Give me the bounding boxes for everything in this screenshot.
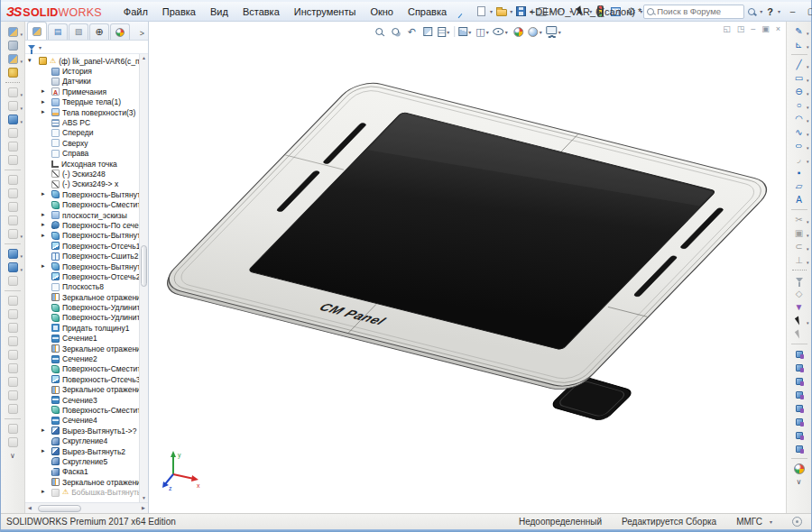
tree-item[interactable]: Поверхность-Сшить2	[25, 251, 139, 261]
realview-graphics-button[interactable]	[789, 462, 810, 475]
tree-expander-icon[interactable]: ▸	[42, 221, 45, 227]
tab-dimxpertmanager[interactable]: ⊕	[89, 23, 109, 40]
units-selector[interactable]: ММГС	[736, 517, 762, 527]
edit-appearance-button[interactable]	[512, 24, 525, 39]
isolate-components-button[interactable]: ▾	[2, 52, 23, 66]
previous-view-button[interactable]: ↶	[405, 24, 418, 39]
display-delete-relations-button[interactable]	[789, 273, 810, 287]
tree-expander-icon[interactable]: ▾	[28, 57, 32, 63]
tree-item[interactable]: Плоскость8	[25, 282, 139, 292]
corner-rectangle-button[interactable]: ▭▾	[789, 71, 810, 85]
smart-dimension-button[interactable]: ⊾▾	[789, 38, 810, 51]
tree-expander-icon[interactable]: ▸	[42, 211, 45, 217]
tree-item[interactable]: ▸⚠Бобышка-Вытянуть1	[25, 487, 139, 497]
view-settings-button[interactable]: ▾	[547, 24, 562, 39]
scroll-left-icon[interactable]: ◀	[25, 503, 34, 513]
tree-item[interactable]: Сверху	[25, 138, 139, 148]
minimize-document-button[interactable]: –	[751, 24, 755, 33]
tab-configurationmanager[interactable]: ▧	[69, 23, 88, 40]
menu-file[interactable]: Файл	[116, 4, 155, 20]
tree-expander-icon[interactable]: ▸	[42, 98, 45, 105]
quick-tips-icon[interactable]	[792, 517, 802, 527]
trim-entities-button[interactable]: ✂▾	[789, 213, 810, 226]
fillet-feature-button[interactable]	[2, 402, 23, 416]
tree-item[interactable]: ▸Поверхность-Вытянуть3	[25, 231, 139, 241]
tree-item[interactable]: ▸плоскости_эскизы	[25, 210, 139, 220]
pin-menu-icon[interactable]	[460, 10, 463, 14]
assembly-features-button[interactable]	[2, 173, 23, 187]
graphics-area[interactable]: ↶▾▾◫▾▾▾▾ ◱◳–▣×	[149, 22, 786, 513]
tab-propertymanager[interactable]: ▤	[48, 23, 68, 40]
tree-item[interactable]: Поверхность-Отсечь2	[25, 271, 139, 281]
rotate-component-button[interactable]	[2, 126, 23, 140]
tree-item[interactable]: Поверхность-Сместить15	[25, 364, 139, 374]
tree-item[interactable]: Исходная точка	[25, 159, 139, 169]
tablet-model[interactable]: CM Panel	[149, 78, 786, 422]
tree-item[interactable]: Поверхность-Сместить16	[25, 405, 139, 415]
tree-expander-icon[interactable]: ▸	[42, 232, 45, 238]
tree-item[interactable]: (-) Эскиз248	[25, 169, 139, 179]
move-component-button[interactable]: ▾	[2, 113, 23, 126]
tree-item[interactable]: Фаска1	[25, 467, 139, 477]
lofted-boss-button[interactable]	[2, 335, 23, 348]
help-button[interactable]: ?	[767, 6, 773, 17]
tree-item[interactable]: ▸Твердые тела(1)	[25, 97, 139, 107]
offset-entities-button[interactable]: ⊂▾	[789, 240, 810, 253]
filter-surface-bodies-button[interactable]	[789, 388, 810, 401]
boundary-boss-button[interactable]	[2, 348, 23, 362]
tree-item[interactable]: ▸Вырез-Вытянуть2	[25, 446, 139, 456]
sketch-button[interactable]: ✎▾	[789, 24, 810, 38]
menu-help[interactable]: Справка	[401, 4, 454, 20]
tree-item[interactable]: Датчики	[25, 77, 139, 87]
tree-item[interactable]: ▸Поверхность-Вытянуть2	[25, 189, 139, 199]
new-document-button[interactable]	[474, 4, 489, 20]
tree-item[interactable]: Поверхность-Сместить14	[25, 199, 139, 209]
bill-of-materials-button[interactable]	[2, 214, 23, 227]
point-button[interactable]: ▪	[789, 166, 810, 179]
exploded-view-button[interactable]	[2, 200, 23, 214]
tree-item[interactable]: Справа	[25, 149, 139, 159]
tree-item[interactable]: Поверхность-Удлинить13	[25, 302, 139, 312]
zoom-to-fit-button[interactable]	[373, 24, 385, 39]
curves-button[interactable]: ▾	[2, 261, 23, 274]
tree-item[interactable]: Скругление5	[25, 456, 139, 466]
tree-item[interactable]: Поверхность-Удлинить14	[25, 313, 139, 323]
view-orientation-button[interactable]: ▾	[458, 24, 472, 39]
panel-expand-arrow[interactable]: >	[140, 29, 148, 40]
tree-expander-icon[interactable]: ▸	[42, 427, 45, 433]
menu-window[interactable]: Окно	[363, 4, 401, 20]
ellipse-button[interactable]: ○▾	[789, 139, 810, 152]
scrollbar-thumb[interactable]	[38, 505, 81, 512]
tree-item[interactable]: ▾⚠(ф) lik_panel-VAR6(с_проф	[25, 56, 139, 66]
tree-expander-icon[interactable]: ▸	[42, 87, 45, 94]
tree-vertical-scrollbar[interactable]: ▲ ▼	[139, 54, 148, 502]
filter-graphics-button[interactable]: ▼	[789, 300, 810, 314]
tree-expander-icon[interactable]: ▸	[42, 488, 45, 494]
expand-left-toolbar-icon[interactable]: ∨	[10, 452, 15, 460]
tree-item[interactable]: Сечение2	[25, 353, 139, 363]
tree-item[interactable]: ▸AПримечания	[25, 87, 139, 96]
smart-fasteners-button[interactable]	[2, 66, 23, 79]
hide-show-items-button[interactable]: ▾	[494, 24, 509, 39]
filter-planes-button[interactable]	[789, 428, 810, 442]
tree-item[interactable]: (-) Эскиз249-> x	[25, 179, 139, 189]
tree-item[interactable]: Поверхность-Отсечь3	[25, 374, 139, 384]
filter-faces-button[interactable]	[789, 374, 810, 388]
expand-right-toolbar-icon[interactable]: ∨	[797, 478, 802, 486]
model-3d-view[interactable]: CM Panel	[149, 22, 786, 513]
straight-slot-button[interactable]: ⊖▾	[789, 85, 810, 98]
linear-pattern-button[interactable]	[2, 422, 23, 436]
change-transparency-button[interactable]	[2, 153, 23, 167]
menu-tools[interactable]: Инструменты	[287, 4, 364, 20]
filter-edges-button[interactable]	[789, 361, 810, 374]
swept-boss-button[interactable]	[2, 321, 23, 335]
select-button[interactable]: ▾	[789, 314, 810, 327]
menu-edit[interactable]: Правка	[155, 4, 203, 20]
extruded-boss-button[interactable]	[2, 294, 23, 307]
tree-expander-icon[interactable]: ▸	[42, 447, 45, 454]
scroll-right-icon[interactable]: ▶	[139, 503, 148, 513]
attachments-button[interactable]	[2, 39, 23, 52]
reference-geometry-button[interactable]: ▾	[2, 247, 23, 261]
linear-component-pattern-button[interactable]: ▾	[2, 99, 23, 113]
tree-item[interactable]: Сечение1	[25, 334, 139, 344]
